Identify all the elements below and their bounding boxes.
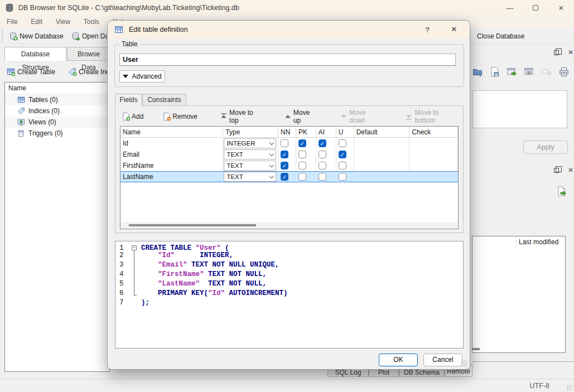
close-window-icon[interactable]: ✕ [548,0,574,16]
close-database-button[interactable]: Close Database [475,30,527,42]
column-header-pk[interactable]: PK [296,127,316,138]
field-row-id[interactable]: IdINTEGER✓✓ [120,138,458,149]
new-database-button[interactable]: New Database [7,30,66,42]
sql-token: , [263,280,267,288]
grid-hscrollbar-thumb[interactable] [129,224,256,226]
nn-checkbox[interactable]: ✓ [281,162,288,170]
default-cell[interactable] [354,171,410,182]
line-number: 1 [115,244,127,251]
code-fold-icon[interactable]: − [132,245,137,250]
remote-action-icon[interactable] [556,186,568,198]
open-external-icon[interactable] [507,66,518,78]
menu-item-tools[interactable]: Tools [77,16,106,28]
pk-checkbox[interactable]: ✓ [298,139,306,147]
ai-checkbox[interactable] [319,173,326,181]
help-icon[interactable]: ? [422,25,433,36]
cell-editor-textarea[interactable] [472,90,567,128]
tree-item-tables[interactable]: Tables (0) [5,94,109,105]
link-icon[interactable] [524,66,535,78]
field-name-cell[interactable]: FirstName [120,160,223,171]
ai-checkbox[interactable] [319,151,326,158]
default-cell[interactable] [354,160,410,171]
field-name-cell[interactable]: LastName [120,171,223,182]
menu-item-edit[interactable]: Edit [24,16,49,28]
tab-browse-data[interactable]: Browse Data [67,47,110,61]
column-header-nn[interactable]: NN [278,127,296,138]
encoding-indicator[interactable]: UTF-8 [530,382,549,390]
field-row-email[interactable]: EmailTEXT✓✓ [120,149,458,160]
pk-checkbox[interactable] [298,162,306,170]
check-cell[interactable] [409,160,458,171]
u-checkbox[interactable]: ✓ [339,151,346,158]
check-cell[interactable] [409,138,458,149]
float-panel-icon[interactable] [552,166,560,174]
export-icon[interactable] [489,66,500,78]
maximize-icon[interactable] [523,0,548,16]
nn-checkbox[interactable]: ✓ [281,151,288,158]
column-header-type[interactable]: Type [223,127,278,138]
remote-file-list[interactable]: Last modified [472,236,566,353]
add-button[interactable]: Add [119,110,146,123]
default-cell[interactable] [354,149,410,160]
type-dropdown[interactable]: INTEGER [224,138,276,148]
column-header-ai[interactable]: AI [316,127,336,138]
field-name-cell[interactable]: Id [120,138,223,149]
type-dropdown[interactable]: TEXT [224,149,276,159]
nn-checkbox[interactable] [281,139,288,147]
type-dropdown[interactable]: TEXT [224,172,276,182]
menu-item-view[interactable]: View [49,16,77,28]
tree-item-triggers[interactable]: Triggers (0) [5,128,109,139]
tree-item-indices[interactable]: Indices (0) [5,105,109,117]
remove-button[interactable]: Remove [160,110,200,123]
remote-hscrollbar[interactable] [472,348,480,350]
grid-hscrollbar[interactable] [121,222,457,228]
nn-checkbox[interactable]: ✓ [281,173,288,181]
table-name-input[interactable] [119,54,456,66]
column-header-check[interactable]: Check [409,127,458,138]
field-name-cell[interactable]: Email [120,149,223,160]
button-label: Move to top [229,109,264,124]
check-cell[interactable] [409,149,458,160]
ok-button[interactable]: OK [379,354,418,366]
tab-database-structure[interactable]: Database Structure [4,47,66,61]
advanced-button[interactable]: Advanced [119,70,165,83]
remote-col-last-modified[interactable]: Last modified [516,236,558,248]
ai-checkbox[interactable] [319,162,326,170]
sql-token: , [275,261,279,269]
close-panel-icon[interactable]: ✕ [567,166,574,174]
print-icon[interactable] [558,66,570,78]
float-panel-icon[interactable] [552,49,560,56]
move-to-top-button[interactable]: Move to top [217,110,267,123]
dialog-resize-grip[interactable] [461,360,467,366]
column-header-u[interactable]: U [336,127,354,138]
type-dropdown[interactable]: TEXT [224,161,276,171]
toolbar-grip[interactable] [2,30,3,42]
check-cell[interactable] [409,171,458,182]
menu-item-file[interactable]: File [0,16,24,28]
import-icon[interactable] [472,66,483,78]
pk-checkbox[interactable] [298,173,306,181]
minimize-icon[interactable]: — [497,0,523,16]
cancel-button[interactable]: Cancel [423,354,462,366]
u-checkbox[interactable] [339,173,346,181]
sql-preview[interactable]: 1CREATE TABLE "User" (2 "Id" INTEGER,3 "… [115,241,464,349]
apply-button[interactable]: Apply [523,141,568,154]
ai-checkbox[interactable]: ✓ [319,139,326,147]
field-row-lastname[interactable]: LastNameTEXT✓ [120,171,458,182]
resize-grip[interactable] [567,385,572,390]
set-null-icon[interactable] [541,66,552,78]
tab-constraints[interactable]: Constraints [142,94,186,106]
field-row-firstname[interactable]: FirstNameTEXT✓ [120,160,458,171]
u-checkbox[interactable] [339,139,346,147]
tab-fields[interactable]: Fields [115,94,142,106]
tree-item-views[interactable]: Views (0) [5,117,109,128]
tree-header-name[interactable]: Name [5,83,109,94]
column-header-name[interactable]: Name [120,127,223,138]
close-panel-icon[interactable]: ✕ [567,49,574,56]
pk-checkbox[interactable] [298,151,306,158]
dialog-close-icon[interactable]: ✕ [446,23,462,36]
default-cell[interactable] [354,138,410,149]
u-checkbox[interactable] [339,162,346,170]
move-up-button[interactable]: Move up [281,110,321,123]
column-header-default[interactable]: Default [354,127,410,138]
